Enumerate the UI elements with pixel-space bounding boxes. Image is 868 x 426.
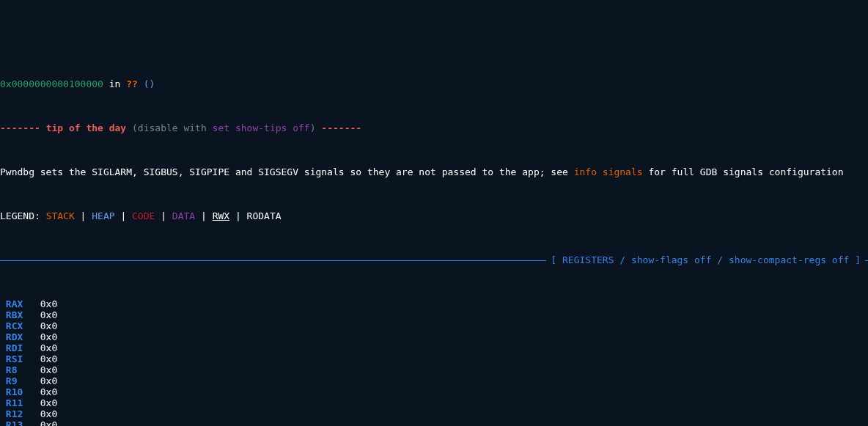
current-address: 0x0000000000100000 [0, 78, 103, 89]
unknown-symbol: ?? [126, 78, 138, 89]
register-name: R9 [6, 375, 29, 386]
terminal-output: { "top_line": { "address": "0x0000000000… [0, 22, 868, 426]
register-value: 0x0 [40, 408, 57, 419]
register-value: 0x0 [40, 375, 57, 386]
tip-body: Pwndbg sets the SIGLARM, SIGBUS, SIGPIPE… [0, 166, 868, 177]
legend-code: CODE [132, 210, 155, 221]
register-value: 0x0 [40, 353, 57, 364]
section-registers-header: [ REGISTERS / show-flags off / show-comp… [0, 254, 868, 265]
register-name: RBX [6, 309, 29, 320]
register-rsi: RSI 0x0 [0, 353, 868, 364]
current-location-line: 0x0000000000100000 in ?? () [0, 78, 868, 89]
register-name: RCX [6, 320, 29, 331]
legend-rodata: RODATA [247, 210, 282, 221]
register-name: R8 [6, 364, 29, 375]
tip-of-the-day: ------- tip of the day (disable with set… [0, 122, 868, 133]
register-value: 0x0 [40, 331, 57, 342]
register-r10: R10 0x0 [0, 386, 868, 397]
registers-block: RAX 0x0 RBX 0x0 RCX 0x0 RDX 0x0 RDI 0x0 … [0, 298, 868, 426]
register-rcx: RCX 0x0 [0, 320, 868, 331]
legend-stack: STACK [46, 210, 75, 221]
legend-data: DATA [172, 210, 195, 221]
register-name: R12 [6, 408, 29, 419]
register-value: 0x0 [40, 364, 57, 375]
register-r9: R9 0x0 [0, 375, 868, 386]
register-name: RAX [6, 298, 29, 309]
register-name: RDX [6, 331, 29, 342]
legend: LEGEND: STACK | HEAP | CODE | DATA | RWX… [0, 210, 868, 221]
register-r8: R8 0x0 [0, 364, 868, 375]
register-name: R10 [6, 386, 29, 397]
register-name: R11 [6, 397, 29, 408]
register-value: 0x0 [40, 309, 57, 320]
register-rax: RAX 0x0 [0, 298, 868, 309]
register-rbx: RBX 0x0 [0, 309, 868, 320]
info-signals-cmd: info signals [574, 166, 643, 177]
register-value: 0x0 [40, 397, 57, 408]
register-r11: R11 0x0 [0, 397, 868, 408]
register-rdi: RDI 0x0 [0, 342, 868, 353]
register-r13: R13 0x0 [0, 419, 868, 426]
register-name: RSI [6, 353, 29, 364]
register-value: 0x0 [40, 419, 57, 426]
register-r12: R12 0x0 [0, 408, 868, 419]
register-value: 0x0 [40, 320, 57, 331]
set-show-tips-off-cmd: set show-tips off [213, 122, 310, 133]
register-value: 0x0 [40, 342, 57, 353]
register-value: 0x0 [40, 298, 57, 309]
register-name: RDI [6, 342, 29, 353]
register-value: 0x0 [40, 386, 57, 397]
register-name: R13 [6, 419, 29, 426]
legend-rwx: RWX [213, 210, 229, 221]
legend-heap: HEAP [92, 210, 114, 221]
register-rdx: RDX 0x0 [0, 331, 868, 342]
